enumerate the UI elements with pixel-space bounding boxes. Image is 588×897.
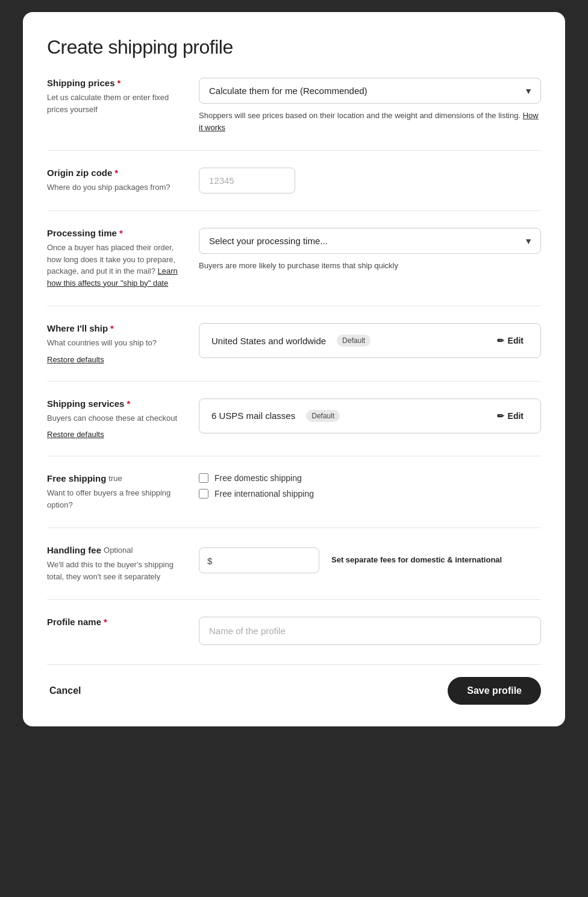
cancel-button[interactable]: Cancel [47, 681, 83, 701]
services-left: 6 USPS mail classes Default [211, 410, 340, 422]
handling-fee-label-col: Handling fee Optional We'll add this to … [47, 545, 180, 582]
shipping-prices-control-col: Calculate them for me (Recommended) Ente… [199, 78, 541, 133]
origin-zip-label: Origin zip code * [47, 168, 180, 178]
shipping-services-restore-link[interactable]: Restore defaults [47, 430, 180, 439]
free-shipping-label: Free shipping true [47, 473, 180, 483]
shipping-prices-label-col: Shipping prices * Let us calculate them … [47, 78, 180, 115]
shipping-services-box: 6 USPS mail classes Default ✏ Edit [199, 398, 541, 433]
origin-zip-section: Origin zip code * Where do you ship pack… [47, 168, 541, 194]
processing-time-label: Processing time * [47, 228, 180, 238]
processing-time-label-col: Processing time * Once a buyer has place… [47, 228, 180, 289]
divider-6 [47, 527, 541, 528]
where-ship-edit-button[interactable]: ✏ Edit [492, 333, 528, 348]
shipping-prices-desc: Let us calculate them or enter fixed pri… [47, 92, 180, 115]
region-default-badge: Default [337, 335, 371, 347]
where-ship-control-col: United States and worldwide Default ✏ Ed… [199, 323, 541, 358]
footer-row: Cancel Save profile [47, 664, 541, 705]
handling-fee-desc: We'll add this to the buyer's shipping t… [47, 559, 180, 582]
handling-fee-label: Handling fee Optional [47, 545, 180, 555]
free-shipping-section: Free shipping true Want to offer buyers … [47, 473, 541, 511]
required-star-profile: * [104, 617, 107, 627]
origin-zip-control-col [199, 168, 541, 194]
modal-title: Create shipping profile [47, 36, 541, 58]
divider-3 [47, 306, 541, 306]
handling-fee-control-col: $ Set separate fees for domestic & inter… [199, 545, 541, 573]
processing-time-control-col: Select your processing time... 1-2 busin… [199, 228, 541, 272]
shipping-prices-label: Shipping prices * [47, 78, 180, 88]
divider-2 [47, 210, 541, 211]
domestic-shipping-checkbox[interactable] [199, 473, 208, 483]
shipping-services-label-col: Shipping services * Buyers can choose th… [47, 398, 180, 439]
region-name: United States and worldwide [211, 336, 326, 346]
origin-zip-label-col: Origin zip code * Where do you ship pack… [47, 168, 180, 194]
origin-zip-desc: Where do you ship packages from? [47, 181, 180, 194]
international-shipping-checkbox[interactable] [199, 489, 208, 499]
separate-fees-label: Set separate fees for domestic & interna… [331, 555, 502, 565]
save-profile-button[interactable]: Save profile [448, 677, 541, 705]
where-ship-restore-link[interactable]: Restore defaults [47, 355, 180, 364]
shipping-services-desc: Buyers can choose these at checkout [47, 412, 180, 424]
shipping-services-edit-button[interactable]: ✏ Edit [492, 409, 528, 423]
handling-fee-input[interactable] [199, 547, 319, 573]
free-shipping-optional: true [108, 474, 122, 483]
domestic-shipping-row: Free domestic shipping [199, 473, 541, 483]
region-left: United States and worldwide Default [211, 335, 371, 347]
services-edit-pencil-icon: ✏ [497, 411, 504, 421]
dollar-sign: $ [207, 555, 212, 565]
edit-pencil-icon: ✏ [497, 336, 504, 345]
service-name: 6 USPS mail classes [211, 411, 295, 421]
processing-time-section: Processing time * Once a buyer has place… [47, 228, 541, 289]
processing-time-select[interactable]: Select your processing time... 1-2 busin… [199, 228, 541, 254]
required-star-proc: * [119, 228, 123, 238]
shipping-services-label: Shipping services * [47, 398, 180, 409]
shipping-prices-select[interactable]: Calculate them for me (Recommended) Ente… [199, 78, 541, 104]
processing-time-desc: Once a buyer has placed their order, how… [47, 242, 180, 289]
dollar-input-wrapper: $ [199, 547, 319, 573]
handling-fee-optional: Optional [104, 546, 133, 555]
shipping-services-control-col: 6 USPS mail classes Default ✏ Edit [199, 398, 541, 433]
required-star: * [117, 78, 121, 88]
profile-name-control-col [199, 617, 541, 645]
services-default-badge: Default [306, 410, 340, 422]
required-star-zip: * [114, 168, 118, 178]
where-ship-desc: What countries will you ship to? [47, 337, 180, 349]
required-star-ship: * [110, 323, 114, 333]
origin-zip-input[interactable] [199, 168, 295, 194]
divider-1 [47, 150, 541, 151]
profile-name-section: Profile name * [47, 617, 541, 645]
free-shipping-desc: Want to offer buyers a free shipping opt… [47, 487, 180, 511]
divider-5 [47, 456, 541, 456]
processing-time-helper: Buyers are more likely to purchase items… [199, 260, 541, 272]
handling-fee-row: $ Set separate fees for domestic & inter… [199, 547, 541, 573]
create-shipping-profile-modal: Create shipping profile Shipping prices … [23, 12, 565, 726]
shipping-services-section: Shipping services * Buyers can choose th… [47, 398, 541, 439]
divider-4 [47, 381, 541, 382]
shipping-prices-section: Shipping prices * Let us calculate them … [47, 78, 541, 133]
domestic-shipping-label: Free domestic shipping [214, 473, 302, 483]
free-shipping-control-col: Free domestic shipping Free internationa… [199, 473, 541, 505]
required-star-services: * [127, 398, 130, 409]
divider-7 [47, 599, 541, 600]
profile-name-label-col: Profile name * [47, 617, 180, 627]
where-ship-region-box: United States and worldwide Default ✏ Ed… [199, 323, 541, 358]
where-ship-section: Where I'll ship * What countries will yo… [47, 323, 541, 364]
international-shipping-label: Free international shipping [214, 489, 314, 499]
international-shipping-row: Free international shipping [199, 489, 541, 499]
free-shipping-label-col: Free shipping true Want to offer buyers … [47, 473, 180, 511]
where-ship-label-col: Where I'll ship * What countries will yo… [47, 323, 180, 364]
profile-name-label: Profile name * [47, 617, 180, 627]
shipping-prices-select-wrapper: Calculate them for me (Recommended) Ente… [199, 78, 541, 104]
profile-name-input[interactable] [199, 617, 541, 645]
handling-fee-section: Handling fee Optional We'll add this to … [47, 545, 541, 582]
where-ship-label: Where I'll ship * [47, 323, 180, 333]
shipping-prices-helper: Shoppers will see prices based on their … [199, 110, 541, 133]
processing-time-select-wrapper: Select your processing time... 1-2 busin… [199, 228, 541, 254]
